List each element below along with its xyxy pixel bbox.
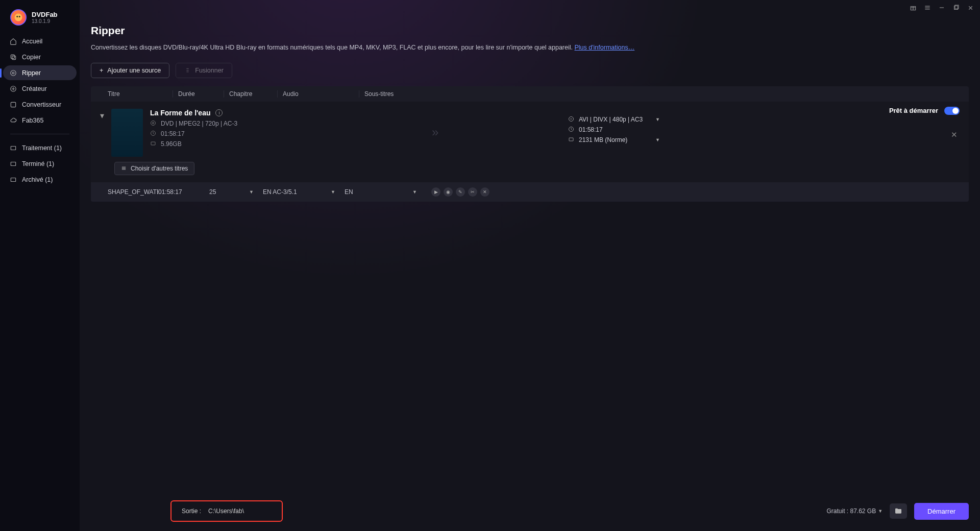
browse-folder-button[interactable] — [890, 503, 907, 519]
movie-poster — [111, 109, 143, 157]
nav-fab365[interactable]: Fab365 — [3, 113, 77, 128]
page-header: Ripper Convertissez les disques DVD/Blu-… — [80, 12, 980, 60]
bottom-bar: Sortie : C:\Users\fab\ Gratuit : 87.62 G… — [170, 500, 969, 522]
source-table: Titre Durée Chapitre Audio Sous-titres ▾… — [91, 86, 969, 182]
clock-icon — [150, 130, 157, 137]
chevron-down-icon: ▼ — [655, 137, 660, 142]
nav-copier[interactable]: Copier — [3, 50, 77, 64]
info-icon[interactable]: i — [215, 109, 223, 116]
maximize-icon[interactable] — [952, 4, 960, 11]
svg-rect-18 — [151, 142, 155, 145]
gift-icon[interactable] — [910, 4, 917, 11]
nav-convertisseur[interactable]: Convertisseur — [3, 97, 77, 112]
source-item: ▾ La Forme de l'eau i DVD | MPEG2 | 720p… — [91, 102, 969, 182]
chevron-down-icon: ▼ — [331, 189, 335, 195]
detail-duration: 01:58:17 — [158, 188, 209, 196]
svg-point-1 — [16, 16, 18, 17]
nav-separator — [10, 134, 69, 134]
nav-accueil[interactable]: Accueil — [3, 34, 77, 49]
svg-rect-21 — [569, 138, 573, 141]
menu-icon[interactable] — [924, 4, 931, 11]
sidebar: DVDFab 13.0.1.9 Accueil Copier Ripper Cr… — [0, 0, 80, 531]
svg-point-0 — [15, 14, 22, 21]
edit-icon[interactable]: ✎ — [456, 187, 465, 197]
ready-label: Prêt à démarrer — [889, 107, 938, 114]
source-size: 5.96GB — [150, 140, 237, 148]
col-audio: Audio — [278, 90, 359, 98]
chevron-down-icon: ▼ — [249, 189, 254, 195]
chevron-down-icon[interactable]: ▼ — [878, 509, 883, 514]
nav-traitement[interactable]: Traitement (1) — [3, 140, 77, 155]
detail-chapters-select[interactable]: 25 ▼ — [209, 188, 263, 196]
crop-icon[interactable]: ✂ — [468, 187, 477, 197]
svg-rect-4 — [11, 55, 14, 58]
add-source-button[interactable]: + Ajouter une source — [91, 63, 169, 78]
copy-icon — [9, 53, 17, 61]
svg-point-15 — [151, 121, 156, 126]
svg-rect-3 — [12, 56, 15, 59]
col-duration: Durée — [173, 90, 224, 98]
nav-label: Terminé (1) — [22, 160, 54, 167]
svg-point-6 — [12, 72, 14, 74]
nav-label: Accueil — [22, 38, 42, 45]
list-icon — [121, 165, 127, 171]
nav-label: Créateur — [22, 85, 47, 92]
nav-label: Convertisseur — [22, 101, 61, 108]
merge-button[interactable]: Fusionner — [176, 63, 232, 78]
settings-icon[interactable]: ◉ — [444, 187, 453, 197]
minimize-icon[interactable] — [938, 4, 945, 11]
more-info-link[interactable]: Plus d'informations… — [574, 44, 634, 51]
page-title: Ripper — [91, 25, 969, 37]
storage-icon — [150, 140, 157, 147]
output-path-box[interactable]: Sortie : C:\Users\fab\ — [170, 500, 283, 522]
done-icon — [9, 160, 17, 167]
delete-icon[interactable]: ✕ — [480, 187, 489, 197]
svg-rect-10 — [11, 162, 15, 165]
format-icon — [568, 116, 575, 123]
output-format-select[interactable]: AVI | DIVX | 480p | AC3 ▼ — [568, 116, 660, 123]
ready-toggle[interactable] — [944, 107, 960, 115]
nav-label: Ripper — [22, 69, 41, 77]
app-logo: DVDFab 13.0.1.9 — [0, 6, 80, 34]
output-size-select[interactable]: 2131 MB (Norme) ▼ — [568, 136, 660, 143]
source-format: DVD | MPEG2 | 720p | AC-3 — [150, 120, 237, 127]
remove-item-icon[interactable]: ✕ — [951, 130, 958, 139]
expand-chevron-icon[interactable]: ▾ — [100, 111, 104, 120]
merge-icon — [184, 67, 191, 74]
title-detail-row: SHAPE_OF_WATER.Title 01:58:17 25 ▼ EN AC… — [91, 182, 969, 202]
svg-point-2 — [19, 16, 20, 17]
choose-titles-button[interactable]: Choisir d'autres titres — [114, 162, 194, 175]
output-label: Sortie : — [182, 508, 201, 515]
nav-termine[interactable]: Terminé (1) — [3, 156, 77, 171]
svg-rect-9 — [11, 146, 15, 150]
main-content: Ripper Convertissez les disques DVD/Blu-… — [80, 0, 980, 531]
nav-label: Copier — [22, 54, 41, 61]
processing-icon — [9, 144, 17, 152]
disc-icon — [9, 69, 17, 77]
clock-icon — [568, 126, 575, 133]
home-icon — [9, 37, 17, 45]
nav-ripper[interactable]: Ripper — [3, 65, 77, 80]
svg-rect-11 — [11, 178, 15, 181]
detail-audio-select[interactable]: EN AC-3/5.1 ▼ — [263, 188, 345, 196]
source-duration: 01:58:17 — [150, 130, 237, 137]
nav-label: Traitement (1) — [22, 144, 62, 152]
plus-icon: + — [100, 67, 103, 74]
convert-icon — [9, 101, 17, 108]
archive-icon — [9, 176, 17, 183]
detail-actions: ▶ ◉ ✎ ✂ ✕ — [431, 187, 489, 197]
table-header: Titre Durée Chapitre Audio Sous-titres — [91, 86, 969, 102]
start-button[interactable]: Démarrer — [914, 503, 969, 520]
output-duration: 01:58:17 — [568, 126, 660, 133]
nav-archive[interactable]: Archivé (1) — [3, 172, 77, 187]
detail-subtitle-select[interactable]: EN ▼ — [345, 188, 426, 196]
free-space: Gratuit : 87.62 GB ▼ — [826, 508, 883, 515]
play-icon[interactable]: ▶ — [431, 187, 440, 197]
close-icon[interactable] — [967, 4, 974, 11]
svg-rect-8 — [11, 102, 15, 107]
app-version: 13.0.1.9 — [32, 18, 58, 24]
nav-createur[interactable]: Créateur — [3, 81, 77, 96]
output-path: C:\Users\fab\ — [208, 508, 244, 515]
page-description: Convertissez les disques DVD/Blu-ray/4K … — [91, 43, 969, 53]
col-chapter: Chapitre — [224, 90, 278, 98]
